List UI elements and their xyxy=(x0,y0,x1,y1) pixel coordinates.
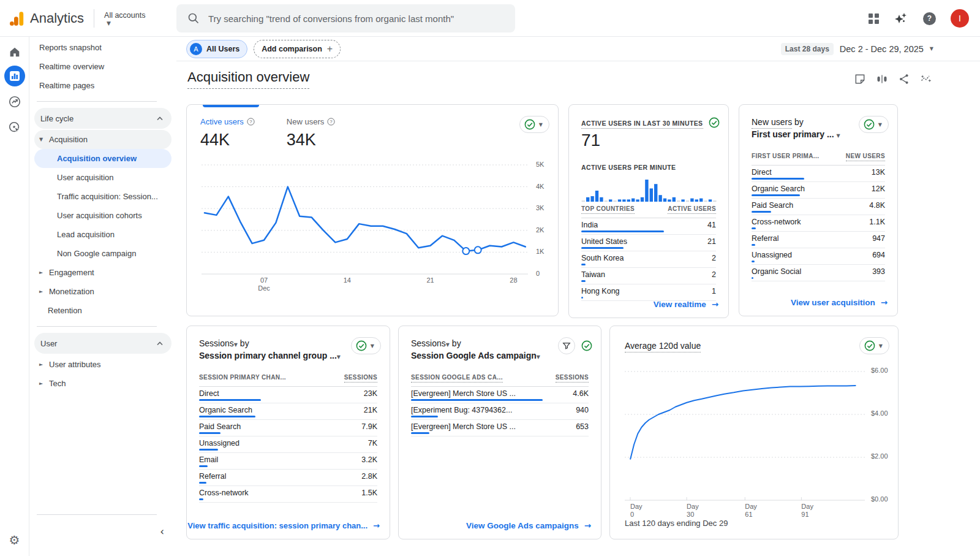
check-circle-icon[interactable] xyxy=(581,340,592,351)
x-axis-label: Day91 xyxy=(801,503,813,519)
card-metric[interactable]: New users xyxy=(752,117,792,129)
row-bar xyxy=(752,211,771,213)
gemini-sparkle-icon[interactable] xyxy=(894,11,908,26)
sidebar-footer: ‹ xyxy=(29,514,176,556)
active-users-line-chart[interactable]: 5K4K3K2K1K007Dec142128 xyxy=(202,159,532,288)
table-row: Taiwan2 xyxy=(581,268,716,284)
sidebar-item-realtime-overview[interactable]: Realtime overview xyxy=(29,57,176,76)
check-circle-icon[interactable] xyxy=(709,117,720,128)
column-header: SESSION PRIMARY CHAN... xyxy=(199,374,286,383)
section-label: User xyxy=(40,339,57,348)
y-axis-label: 4K xyxy=(536,183,544,190)
explore-icon[interactable] xyxy=(4,91,25,112)
row-bar xyxy=(199,399,261,401)
view-user-acquisition-link[interactable]: View user acquisition→ xyxy=(791,297,888,307)
chevron-up-icon xyxy=(157,341,163,346)
y-axis-label: $0.00 xyxy=(871,495,888,503)
add-comparison-chip[interactable]: Add comparison + xyxy=(254,40,341,58)
sidebar-item-lead-acquisition[interactable]: Lead acquisition xyxy=(34,225,172,244)
row-value: 21K xyxy=(364,406,377,414)
all-users-chip[interactable]: A All Users xyxy=(186,40,247,58)
help-icon[interactable]: ? xyxy=(923,12,936,25)
sidebar-item-label: Monetization xyxy=(49,287,94,296)
search-icon xyxy=(187,12,200,25)
chevron-up-icon xyxy=(157,116,163,121)
filter-icon[interactable] xyxy=(558,337,575,354)
ltv-footer: Last 120 days ending Dec 29 xyxy=(625,519,728,528)
sidebar-item-realtime-pages[interactable]: Realtime pages xyxy=(29,76,176,95)
sidebar-item-traffic-acquisition-session[interactable]: Traffic acquisition: Session... xyxy=(34,187,172,206)
row-value: 23K xyxy=(364,389,377,398)
date-preset-chip: Last 28 days xyxy=(781,43,834,55)
chevron-down-icon: ▼ xyxy=(107,20,111,26)
account-switcher[interactable]: All accounts ▼ xyxy=(104,11,145,26)
sidebar-item-user-acquisition[interactable]: User acquisition xyxy=(34,168,172,187)
insight-status-dropdown[interactable]: ▼ xyxy=(351,337,381,354)
sidebar-item-retention[interactable]: Retention xyxy=(29,301,176,320)
advertising-icon[interactable] xyxy=(4,117,25,138)
table-row: United States21 xyxy=(581,235,716,251)
share-icon[interactable] xyxy=(898,73,910,85)
new-users-by-channel-card: New users by First user primary ... ▼ ▼ … xyxy=(739,104,898,316)
table-row: India41 xyxy=(581,218,716,235)
row-label: United States xyxy=(581,237,627,246)
plus-icon: + xyxy=(327,44,333,55)
home-icon[interactable] xyxy=(4,42,25,63)
table-row: Cross-network1.5K xyxy=(199,486,377,503)
view-realtime-link[interactable]: View realtime→ xyxy=(654,299,718,309)
metric-active-users[interactable]: Active users? 44K xyxy=(200,117,255,150)
comparison-icon[interactable] xyxy=(876,73,888,85)
metric-new-users[interactable]: New users? 34K xyxy=(287,117,335,150)
collapse-sidebar-icon[interactable]: ‹ xyxy=(160,525,164,538)
reports-icon[interactable] xyxy=(4,66,25,86)
user-avatar[interactable]: I xyxy=(951,9,969,28)
sidebar-item-reports-snapshot[interactable]: Reports snapshot xyxy=(29,38,176,57)
analytics-logo-icon[interactable] xyxy=(9,10,25,27)
sidebar-section-life-cycle[interactable]: Life cycle xyxy=(34,108,172,129)
card-metric[interactable]: Sessions xyxy=(199,338,234,348)
row-label: Cross-network xyxy=(752,218,801,226)
view-traffic-acquisition-link[interactable]: View traffic acquisition: session primar… xyxy=(187,521,380,530)
row-label: Organic Social xyxy=(752,267,801,276)
sidebar-divider xyxy=(37,326,157,327)
active-tab-indicator xyxy=(203,105,259,107)
search-bar[interactable]: Try searching "trend of conversions from… xyxy=(176,4,515,32)
chevron-down-icon: ▼ xyxy=(234,342,238,348)
row-label: Paid Search xyxy=(199,422,241,431)
check-circle-icon xyxy=(864,119,875,130)
sidebar-item-acquisition[interactable]: ▼Acquisition xyxy=(34,130,172,149)
per-minute-bar-chart[interactable] xyxy=(581,175,717,203)
sidebar-item-tech[interactable]: ►Tech xyxy=(34,374,172,393)
x-axis-label: 14 xyxy=(339,276,356,284)
brand: Analytics All accounts ▼ xyxy=(9,0,145,37)
dimension-selector[interactable]: Session primary channel group ...▼ xyxy=(199,351,380,360)
sidebar-item-non-google-campaign[interactable]: Non Google campaign xyxy=(34,244,172,263)
joiner: by xyxy=(794,117,804,127)
sidebar-section-user[interactable]: User xyxy=(34,333,172,354)
sidebar-item-acquisition-overview[interactable]: Acquisition overview xyxy=(34,149,172,168)
row-bar xyxy=(752,178,804,180)
sidebar-item-user-attributes[interactable]: ►User attributes xyxy=(34,355,172,374)
sidebar-item-label: Engagement xyxy=(49,268,94,277)
table-row: Cross-network1.1K xyxy=(752,215,885,232)
insight-status-dropdown[interactable]: ▼ xyxy=(519,116,549,133)
ltv-line-chart[interactable]: $6.00$4.00$2.00$0.00Day0Day30Day61Day91 xyxy=(625,365,899,517)
insights-icon[interactable] xyxy=(920,73,932,85)
row-label: Taiwan xyxy=(581,270,605,279)
table-row: [Experiment Bug: 43794362...940 xyxy=(411,403,589,420)
insight-status-dropdown[interactable]: ▼ xyxy=(859,337,889,354)
sidebar-item-monetization[interactable]: ►Monetization xyxy=(34,282,172,301)
sidebar-item-user-acquisition-cohorts[interactable]: User acquisition cohorts xyxy=(34,206,172,225)
view-google-ads-link[interactable]: View Google Ads campaigns→ xyxy=(466,520,591,530)
admin-gear-icon[interactable]: ⚙ xyxy=(9,533,20,547)
column-header: FIRST USER PRIMA... xyxy=(752,153,819,161)
row-bar xyxy=(581,297,583,299)
notes-icon[interactable] xyxy=(854,73,866,85)
insight-status-dropdown[interactable]: ▼ xyxy=(859,116,889,133)
card-metric[interactable]: Sessions xyxy=(411,338,446,348)
sidebar-item-engagement[interactable]: ►Engagement xyxy=(34,263,172,282)
sessions-channel-table: SESSION PRIMARY CHAN... SESSIONS Direct2… xyxy=(199,374,377,503)
apps-grid-icon[interactable] xyxy=(869,13,879,24)
date-range-picker[interactable]: Last 28 days Dec 2 - Dec 29, 2025 ▼ xyxy=(781,43,933,55)
chevron-down-icon: ▼ xyxy=(878,122,882,128)
